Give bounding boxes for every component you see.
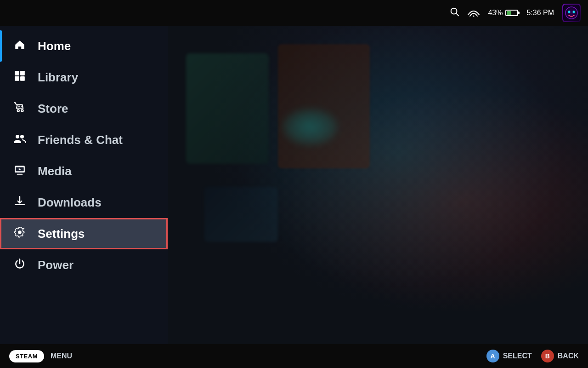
sidebar-item-label-downloads: Downloads bbox=[38, 196, 102, 210]
svg-rect-12 bbox=[20, 76, 25, 81]
sidebar-item-home[interactable]: Home bbox=[0, 30, 168, 62]
svg-point-13 bbox=[16, 135, 19, 138]
select-label: SELECT bbox=[503, 352, 532, 360]
game-thumb-1 bbox=[186, 53, 269, 164]
battery-status: 43% bbox=[488, 9, 518, 17]
sidebar-item-media[interactable]: Media bbox=[0, 155, 168, 187]
sidebar-item-library[interactable]: Library bbox=[0, 62, 168, 93]
svg-point-2 bbox=[473, 16, 475, 17]
sidebar-item-label-media: Media bbox=[38, 164, 72, 178]
b-button: B bbox=[541, 350, 554, 362]
sidebar-item-store[interactable]: Store bbox=[0, 93, 168, 124]
downloads-icon bbox=[13, 195, 27, 210]
svg-point-8 bbox=[573, 12, 574, 12]
sidebar-item-downloads[interactable]: Downloads bbox=[0, 187, 168, 218]
battery-percent: 43% bbox=[488, 9, 503, 17]
library-icon bbox=[13, 70, 27, 85]
sidebar-item-label-settings: Settings bbox=[38, 227, 85, 241]
sidebar-item-label-friends: Friends & Chat bbox=[38, 133, 123, 147]
topbar: 43% 5:36 PM bbox=[0, 0, 588, 26]
svg-rect-11 bbox=[15, 76, 19, 81]
sidebar-item-label-home: Home bbox=[38, 39, 71, 53]
sidebar-item-friends[interactable]: Friends & Chat bbox=[0, 124, 168, 155]
sidebar-item-settings[interactable]: Settings bbox=[0, 218, 168, 249]
a-button: A bbox=[486, 350, 499, 362]
power-icon bbox=[13, 258, 27, 272]
store-icon bbox=[13, 101, 27, 116]
back-label: BACK bbox=[558, 352, 579, 360]
menu-label: MENU bbox=[51, 352, 72, 360]
media-icon bbox=[13, 164, 27, 178]
bottombar: STEAM MENU A SELECT B BACK bbox=[0, 344, 588, 368]
main-content: Home Library Store bbox=[0, 26, 588, 344]
glow-teal bbox=[283, 109, 338, 145]
friends-icon bbox=[13, 132, 27, 147]
select-control: A SELECT bbox=[486, 350, 532, 362]
search-icon[interactable] bbox=[449, 6, 459, 19]
sidebar: Home Library Store bbox=[0, 26, 168, 344]
sidebar-item-power[interactable]: Power bbox=[0, 249, 168, 281]
steam-button[interactable]: STEAM bbox=[9, 350, 44, 362]
svg-line-1 bbox=[457, 13, 459, 16]
bottom-right-controls: A SELECT B BACK bbox=[486, 350, 579, 362]
signal-icon bbox=[468, 6, 480, 19]
settings-icon bbox=[13, 226, 27, 241]
svg-rect-16 bbox=[17, 174, 23, 175]
home-icon bbox=[13, 39, 27, 53]
game-thumb-3 bbox=[204, 187, 278, 242]
svg-point-7 bbox=[569, 12, 570, 12]
sidebar-item-label-store: Store bbox=[38, 102, 68, 116]
back-control: B BACK bbox=[541, 350, 579, 362]
svg-point-14 bbox=[20, 135, 24, 138]
svg-rect-10 bbox=[20, 71, 25, 75]
background-area bbox=[168, 26, 588, 344]
battery-icon bbox=[505, 10, 518, 16]
svg-point-19 bbox=[18, 230, 22, 234]
svg-rect-9 bbox=[15, 71, 19, 75]
sidebar-item-label-library: Library bbox=[38, 70, 78, 85]
game-thumb-2 bbox=[278, 44, 370, 168]
avatar[interactable] bbox=[562, 4, 581, 22]
sidebar-item-label-power: Power bbox=[38, 258, 74, 272]
time-display: 5:36 PM bbox=[526, 9, 554, 17]
